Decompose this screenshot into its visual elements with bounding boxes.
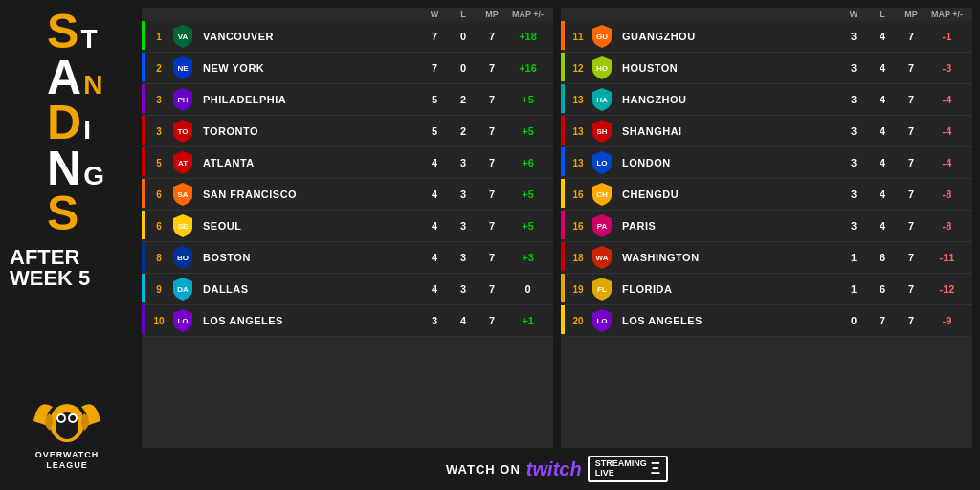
team-logo: BO (168, 243, 197, 272)
letter-n1: N (83, 72, 102, 99)
svg-text:CH: CH (596, 190, 608, 199)
team-losses: 0 (449, 62, 478, 74)
team-losses: 4 (868, 125, 897, 137)
team-losses: 6 (868, 252, 897, 263)
team-losses: 2 (449, 94, 478, 105)
team-logo: HO (588, 54, 616, 82)
team-logo: TO (168, 117, 197, 145)
team-map-diff: -9 (925, 315, 969, 326)
header-w-r: W (839, 10, 868, 19)
team-losses: 3 (449, 189, 478, 200)
team-map-diff: +6 (506, 157, 549, 168)
team-row: 11 GU GUANGZHOU 3 4 7 -1 (561, 21, 972, 53)
team-logo: SE (168, 212, 197, 240)
team-row: 20 LO LOS ANGELES 0 7 7 -9 (561, 305, 972, 337)
team-mp: 7 (478, 220, 506, 232)
svg-point-4 (58, 415, 64, 421)
team-losses: 7 (868, 315, 897, 326)
team-logo: VA (168, 22, 197, 51)
after-week-label: AFTER WEEK 5 (0, 247, 134, 289)
team-rank: 9 (149, 284, 168, 295)
team-map-diff: -4 (925, 125, 969, 137)
team-name: HOUSTON (622, 62, 839, 74)
team-mp: 7 (897, 220, 925, 232)
team-data-row: 2 NE NEW YORK 7 0 7 +16 (145, 53, 553, 84)
team-rank: 10 (149, 316, 168, 326)
team-rank: 12 (568, 63, 588, 74)
team-rank: 3 (149, 95, 168, 105)
svg-text:SA: SA (177, 190, 188, 199)
team-data-row: 13 HA HANGZHOU 3 4 7 -4 (565, 84, 972, 116)
team-losses: 4 (449, 315, 478, 326)
team-rank: 20 (568, 316, 588, 326)
team-data-row: 5 AT ATLANTA 4 3 7 +6 (145, 147, 553, 179)
team-wins: 4 (420, 220, 449, 232)
team-wins: 0 (839, 315, 868, 326)
team-data-row: 13 SH SHANGHAI 3 4 7 -4 (565, 116, 972, 147)
team-mp: 7 (478, 283, 506, 295)
team-wins: 3 (420, 315, 449, 326)
owl-text: OVERWATCH LEAGUE (35, 450, 100, 471)
team-wins: 3 (839, 62, 868, 74)
svg-text:VA: VA (178, 33, 189, 41)
team-map-diff: +3 (506, 252, 549, 263)
team-map-diff: +16 (506, 62, 549, 74)
owl-line2: LEAGUE (35, 460, 100, 471)
streaming-live-box: STREAMING LIVE Ξ (588, 456, 668, 482)
svg-text:BO: BO (177, 254, 189, 262)
team-rank: 2 (149, 63, 168, 74)
header-l: L (449, 10, 478, 19)
team-losses: 0 (449, 31, 478, 42)
owl-logo-icon (29, 392, 105, 450)
team-losses: 4 (868, 220, 897, 232)
team-name: LOS ANGELES (203, 315, 420, 326)
team-data-row: 6 SE SEOUL 4 3 7 +5 (145, 211, 553, 242)
team-wins: 4 (420, 283, 449, 295)
team-map-diff: +5 (506, 220, 549, 232)
team-wins: 3 (839, 31, 868, 42)
left-teams-container: 1 VA VANCOUVER 7 0 7 +18 2 NE NEW YORK 7… (142, 21, 553, 337)
team-mp: 7 (478, 252, 506, 263)
team-name: TORONTO (203, 125, 420, 137)
team-row: 9 DA DALLAS 4 3 7 0 (142, 274, 553, 305)
team-mp: 7 (897, 62, 925, 74)
after-label: AFTER (10, 247, 134, 268)
header-l-r: L (868, 10, 897, 19)
team-name: NEW YORK (203, 62, 420, 74)
svg-text:TO: TO (178, 127, 189, 136)
team-data-row: 13 LO LONDON 3 4 7 -4 (565, 147, 972, 179)
team-name: LONDON (622, 157, 839, 168)
left-table-header: W L MP MAP +/- (142, 8, 553, 21)
svg-text:SE: SE (178, 222, 189, 231)
letter-n2: N (47, 146, 81, 192)
team-wins: 4 (420, 157, 449, 168)
left-standings-table: W L MP MAP +/- 1 VA VANCOUVER 7 0 7 +18 … (142, 8, 553, 448)
svg-text:PA: PA (597, 222, 608, 231)
team-logo: HA (588, 85, 616, 114)
team-rank: 6 (149, 221, 168, 232)
team-mp: 7 (478, 125, 506, 137)
header-mp: MP (478, 10, 506, 19)
team-rank: 13 (568, 95, 588, 105)
team-name: LOS ANGELES (622, 315, 839, 326)
team-row: 13 LO LONDON 3 4 7 -4 (561, 147, 972, 179)
team-map-diff: +5 (506, 94, 549, 105)
team-map-diff: -4 (925, 94, 969, 105)
svg-text:AT: AT (178, 159, 188, 167)
team-row: 16 PA PARIS 3 4 7 -8 (561, 211, 972, 242)
team-rank: 1 (149, 32, 168, 42)
team-name: ATLANTA (203, 157, 420, 168)
team-row: 18 WA WASHINGTON 1 6 7 -11 (561, 242, 972, 274)
team-map-diff: -12 (925, 283, 969, 295)
team-mp: 7 (897, 157, 925, 168)
team-map-diff: -8 (925, 189, 969, 200)
team-mp: 7 (897, 94, 925, 105)
letter-d: D (47, 100, 81, 146)
team-rank: 6 (149, 189, 168, 200)
team-row: 10 LO LOS ANGELES 3 4 7 +1 (142, 305, 553, 337)
team-losses: 4 (868, 189, 897, 200)
team-rank: 13 (568, 126, 588, 137)
team-row: 5 AT ATLANTA 4 3 7 +6 (142, 147, 553, 179)
team-wins: 3 (839, 220, 868, 232)
team-rank: 19 (568, 284, 588, 295)
